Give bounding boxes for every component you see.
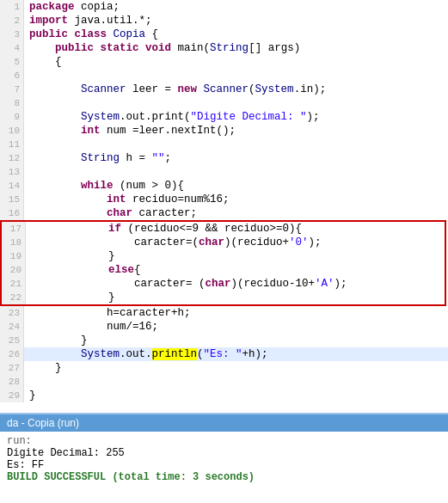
line-number: 8 <box>0 96 24 110</box>
line-content: public class Copia { <box>24 28 448 41</box>
code-line-3: 3public class Copia { <box>0 28 448 41</box>
line-content <box>24 375 448 389</box>
line-number: 3 <box>0 28 24 41</box>
line-number: 9 <box>0 110 24 124</box>
line-content: String h = ""; <box>24 151 448 165</box>
code-line-4: 4 public static void main(String[] args) <box>0 41 448 55</box>
code-line-23: 23 h=caracter+h; <box>0 306 448 320</box>
line-number: 11 <box>0 138 24 151</box>
code-line-11: 11 <box>0 138 448 151</box>
output-line3: BUILD SUCCESSFUL (total time: 3 seconds) <box>7 471 441 483</box>
line-content: System.out.print("Digite Decimal: "); <box>24 110 448 124</box>
line-number: 20 <box>2 263 26 277</box>
line-content: { <box>24 55 448 69</box>
line-content: while (num > 0){ <box>24 179 448 193</box>
code-line-9: 9 System.out.print("Digite Decimal: "); <box>0 110 448 124</box>
code-line-24: 24 num/=16; <box>0 320 448 334</box>
line-content: } <box>24 361 448 375</box>
line-content: else{ <box>26 263 445 277</box>
line-number: 12 <box>0 151 24 165</box>
line-number: 22 <box>2 291 26 304</box>
line-content: } <box>24 334 448 347</box>
line-content: int reciduo=num%16; <box>24 193 448 206</box>
line-number: 24 <box>0 320 24 334</box>
line-number: 15 <box>0 193 24 206</box>
line-content: } <box>26 249 445 263</box>
code-line-29: 29} <box>0 389 448 402</box>
line-number: 23 <box>0 306 24 320</box>
output-run-label: run: <box>7 435 441 447</box>
code-line-17: 17 if (reciduo<=9 && reciduo>=0){ <box>0 220 446 236</box>
code-line-21: 21 caracter= (char)(reciduo-10+'A'); <box>0 277 446 291</box>
line-content: caracter=(char)(reciduo+'0'); <box>26 236 445 249</box>
line-content: char caracter; <box>24 206 448 220</box>
line-content: public static void main(String[] args) <box>24 41 448 55</box>
line-number: 18 <box>2 236 26 249</box>
line-number: 26 <box>0 347 24 361</box>
line-number: 5 <box>0 55 24 69</box>
line-content <box>24 165 448 179</box>
line-content: num/=16; <box>24 320 448 334</box>
code-editor: 1package copia;2import java.util.*;3publ… <box>0 0 448 413</box>
code-line-18: 18 caracter=(char)(reciduo+'0'); <box>0 236 446 249</box>
code-line-27: 27 } <box>0 361 448 375</box>
line-content <box>24 96 448 110</box>
output-line1: Digite Decimal: 255 <box>7 447 441 459</box>
line-number: 17 <box>2 222 26 236</box>
line-number: 21 <box>2 277 26 291</box>
line-content: if (reciduo<=9 && reciduo>=0){ <box>26 222 445 236</box>
line-number: 29 <box>0 389 24 402</box>
line-number: 4 <box>0 41 24 55</box>
line-content: h=caracter+h; <box>24 306 448 320</box>
line-number: 28 <box>0 375 24 389</box>
line-content: caracter= (char)(reciduo-10+'A'); <box>26 277 445 291</box>
line-number: 27 <box>0 361 24 375</box>
code-line-12: 12 String h = ""; <box>0 151 448 165</box>
code-line-15: 15 int reciduo=num%16; <box>0 193 448 206</box>
output-body: run: Digite Decimal: 255 Es: FF BUILD SU… <box>0 432 448 503</box>
line-content: int num =leer.nextInt(); <box>24 124 448 138</box>
line-content: import java.util.*; <box>24 14 448 28</box>
code-line-1: 1package copia; <box>0 0 448 14</box>
output-header: da - Copia (run) <box>0 414 448 432</box>
code-line-5: 5 { <box>0 55 448 69</box>
code-line-7: 7 Scanner leer = new Scanner(System.in); <box>0 83 448 96</box>
code-line-13: 13 <box>0 165 448 179</box>
line-number: 13 <box>0 165 24 179</box>
line-content: Scanner leer = new Scanner(System.in); <box>24 83 448 96</box>
code-line-25: 25 } <box>0 334 448 347</box>
line-content: package copia; <box>24 0 448 14</box>
line-number: 10 <box>0 124 24 138</box>
line-content <box>24 69 448 83</box>
code-line-16: 16 char caracter; <box>0 206 448 220</box>
code-line-2: 2import java.util.*; <box>0 14 448 28</box>
code-line-14: 14 while (num > 0){ <box>0 179 448 193</box>
code-line-10: 10 int num =leer.nextInt(); <box>0 124 448 138</box>
line-number: 7 <box>0 83 24 96</box>
line-number: 14 <box>0 179 24 193</box>
line-content <box>24 138 448 151</box>
line-number: 19 <box>2 249 26 263</box>
line-content: } <box>24 389 448 402</box>
line-content: } <box>26 291 445 304</box>
line-content: System.out.println("Es: "+h); <box>24 347 448 361</box>
code-line-26: 26 System.out.println("Es: "+h); <box>0 347 448 361</box>
line-number: 6 <box>0 69 24 83</box>
output-line2: Es: FF <box>7 459 441 471</box>
output-panel: da - Copia (run) run: Digite Decimal: 25… <box>0 413 448 503</box>
code-line-28: 28 <box>0 375 448 389</box>
code-line-20: 20 else{ <box>0 263 446 277</box>
line-number: 25 <box>0 334 24 347</box>
code-line-6: 6 <box>0 69 448 83</box>
line-number: 16 <box>0 206 24 220</box>
code-line-22: 22 } <box>0 291 446 306</box>
code-line-8: 8 <box>0 96 448 110</box>
line-number: 2 <box>0 14 24 28</box>
line-number: 1 <box>0 0 24 14</box>
code-line-19: 19 } <box>0 249 446 263</box>
